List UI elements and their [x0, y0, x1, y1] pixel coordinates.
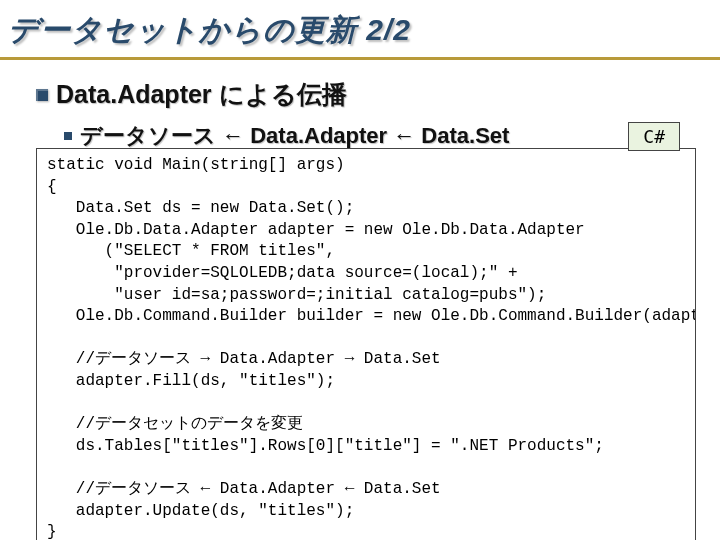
- slide: データセットからの更新 2/2 Data.Adapter による伝播 データソー…: [0, 0, 720, 540]
- language-badge: C#: [628, 122, 680, 151]
- code-block: static void Main(string[] args) { Data.S…: [36, 148, 696, 540]
- subheading-row: データソース ← Data.Adapter ← Data.Set: [64, 121, 720, 151]
- heading-2: Data.Adapter による伝播: [56, 78, 347, 111]
- heading-row: Data.Adapter による伝播: [36, 78, 720, 111]
- section: Data.Adapter による伝播 データソース ← Data.Adapter…: [36, 78, 720, 151]
- code-container: C# static void Main(string[] args) { Dat…: [36, 148, 696, 540]
- bullet-small-icon: [64, 132, 72, 140]
- heading-3: データソース ← Data.Adapter ← Data.Set: [80, 121, 509, 151]
- slide-title: データセットからの更新 2/2: [0, 0, 720, 60]
- bullet-square-icon: [36, 89, 48, 101]
